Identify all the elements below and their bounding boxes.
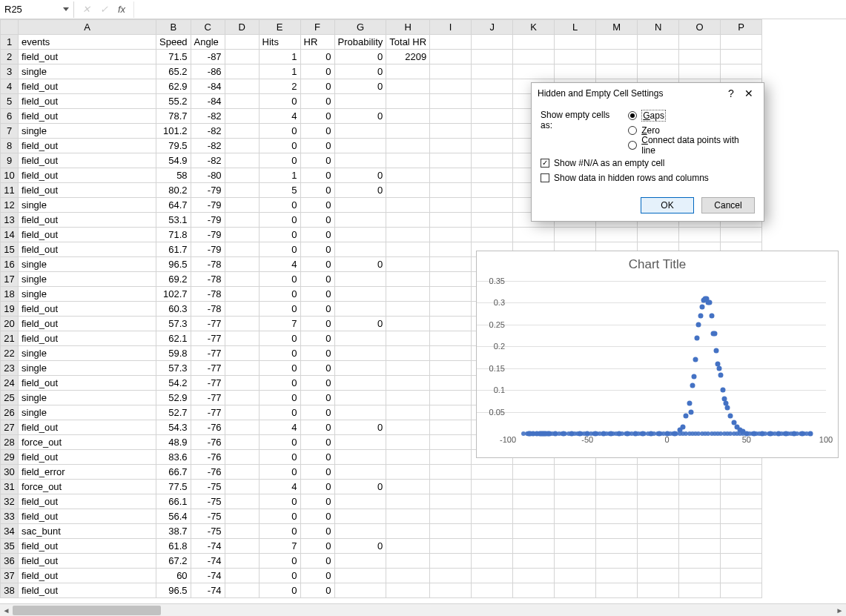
cell[interactable]: 78.7 — [156, 109, 191, 124]
cell[interactable] — [225, 494, 259, 509]
row-header[interactable]: 4 — [1, 79, 19, 94]
cell[interactable]: field_out — [19, 213, 156, 228]
cell[interactable] — [430, 287, 472, 302]
cell[interactable] — [386, 583, 430, 598]
cell[interactable] — [225, 94, 259, 109]
cell[interactable] — [334, 139, 386, 153]
cell[interactable] — [225, 228, 259, 242]
cell[interactable] — [638, 569, 679, 583]
cell[interactable]: 0 — [259, 376, 300, 391]
close-icon[interactable]: ✕ — [740, 87, 758, 99]
cell[interactable] — [513, 50, 555, 64]
chart-title[interactable]: Chart Title — [477, 251, 838, 275]
cell[interactable]: 54.9 — [156, 153, 191, 168]
cell[interactable]: 0 — [300, 242, 334, 257]
scroll-left-icon[interactable]: ◄ — [0, 604, 13, 617]
row-header[interactable]: 14 — [1, 228, 19, 242]
cell[interactable]: field_out — [19, 331, 156, 346]
cell[interactable]: field_out — [19, 317, 156, 331]
cell[interactable]: 4 — [259, 420, 300, 435]
cell[interactable]: field_out — [19, 50, 156, 64]
cell[interactable]: -74 — [191, 583, 225, 598]
cell[interactable] — [225, 450, 259, 465]
chevron-down-icon[interactable] — [63, 7, 69, 11]
row-header[interactable]: 23 — [1, 361, 19, 376]
row-header[interactable]: 19 — [1, 302, 19, 317]
cell[interactable] — [334, 213, 386, 228]
cell[interactable] — [430, 509, 472, 524]
cell[interactable]: 0 — [259, 272, 300, 287]
cell[interactable] — [386, 465, 430, 480]
cell[interactable] — [225, 376, 259, 391]
cell[interactable]: 0 — [300, 435, 334, 450]
cell[interactable] — [430, 139, 472, 153]
cell[interactable]: -79 — [191, 183, 225, 198]
cell[interactable] — [334, 124, 386, 139]
cell[interactable] — [596, 494, 638, 509]
cell[interactable] — [225, 346, 259, 361]
cell[interactable] — [721, 465, 762, 480]
row-header[interactable]: 15 — [1, 242, 19, 257]
cell[interactable] — [596, 569, 638, 583]
cell[interactable] — [430, 257, 472, 272]
cell[interactable] — [386, 569, 430, 583]
cell[interactable] — [225, 361, 259, 376]
cell[interactable]: 0 — [334, 257, 386, 272]
fx-icon[interactable]: fx — [118, 4, 125, 15]
cell[interactable]: 102.7 — [156, 287, 191, 302]
column-header[interactable]: O — [679, 20, 721, 35]
cell[interactable]: 1 — [259, 50, 300, 64]
scroll-right-icon[interactable]: ► — [833, 604, 846, 617]
cell[interactable] — [334, 94, 386, 109]
row-header[interactable]: 2 — [1, 50, 19, 64]
cell[interactable] — [386, 302, 430, 317]
cell[interactable]: -82 — [191, 153, 225, 168]
cell[interactable] — [721, 509, 762, 524]
cell[interactable] — [513, 509, 555, 524]
cell[interactable] — [225, 331, 259, 346]
cell[interactable] — [638, 494, 679, 509]
cell[interactable] — [596, 465, 638, 480]
cell[interactable]: 2 — [259, 79, 300, 94]
cell[interactable]: -80 — [191, 168, 225, 183]
cell[interactable]: 0 — [300, 198, 334, 213]
cell[interactable]: 0 — [259, 361, 300, 376]
radio-connect[interactable]: Connect data points with line — [628, 138, 755, 153]
cell[interactable] — [225, 64, 259, 79]
cell[interactable]: -76 — [191, 435, 225, 450]
cell[interactable]: 0 — [259, 331, 300, 346]
cell[interactable] — [225, 480, 259, 494]
cell[interactable] — [430, 317, 472, 331]
cell[interactable]: -77 — [191, 317, 225, 331]
cell[interactable]: 0 — [300, 405, 334, 420]
cell[interactable]: 0 — [300, 183, 334, 198]
checkbox-na-empty[interactable]: Show #N/A as an empty cell — [541, 156, 755, 170]
cell[interactable] — [555, 509, 596, 524]
cell[interactable] — [513, 583, 555, 598]
cell[interactable]: single — [19, 361, 156, 376]
cell[interactable] — [225, 183, 259, 198]
cell[interactable] — [225, 124, 259, 139]
cell[interactable] — [334, 494, 386, 509]
cell[interactable] — [386, 153, 430, 168]
row-header[interactable]: 1 — [1, 35, 19, 50]
cell[interactable]: field_out — [19, 79, 156, 94]
cell[interactable]: 0 — [259, 287, 300, 302]
cell[interactable] — [679, 509, 721, 524]
cell[interactable]: 57.3 — [156, 361, 191, 376]
cell[interactable]: field_out — [19, 139, 156, 153]
cell[interactable]: -79 — [191, 242, 225, 257]
cell[interactable] — [225, 109, 259, 124]
cell[interactable]: 61.8 — [156, 539, 191, 554]
cell[interactable] — [386, 242, 430, 257]
cell[interactable] — [472, 153, 513, 168]
cell[interactable] — [472, 524, 513, 539]
cell[interactable] — [721, 494, 762, 509]
cell[interactable]: field_out — [19, 153, 156, 168]
cell[interactable]: field_out — [19, 509, 156, 524]
cell[interactable] — [225, 539, 259, 554]
cell[interactable] — [638, 35, 679, 50]
cell[interactable] — [679, 64, 721, 79]
cell[interactable]: 71.8 — [156, 228, 191, 242]
cell[interactable] — [334, 287, 386, 302]
